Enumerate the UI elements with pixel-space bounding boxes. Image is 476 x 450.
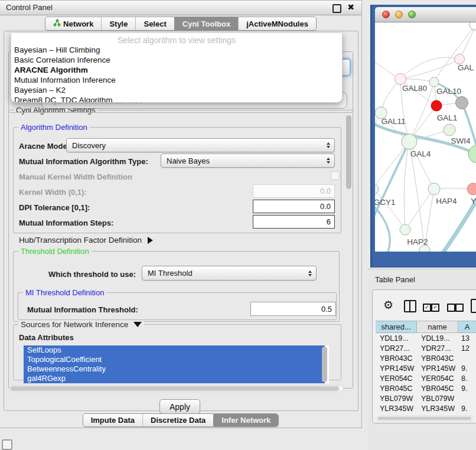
table-hscroll-thumb[interactable] [378, 417, 471, 420]
network-window-titlebar[interactable] [375, 7, 476, 22]
network-node-unnamed-gray[interactable] [456, 97, 468, 109]
close-traffic-light[interactable] [382, 11, 390, 18]
table-row[interactable]: YER054CYER054C8. [376, 373, 476, 383]
mi-steps-field[interactable] [253, 215, 335, 229]
data-attribute-option-selfloops[interactable]: SelfLoops [24, 345, 325, 355]
network-edge[interactable] [375, 189, 405, 230]
network-node-hap2[interactable] [400, 224, 410, 235]
network-node-label-gal10: GAL10 [436, 87, 461, 96]
network-graph[interactable]: GALGAL80GAL10GAL1GAL11SWI4GAL4GCY1HAP4YH… [375, 22, 476, 252]
settings-horizontal-scrollbar[interactable] [9, 385, 344, 392]
data-attribute-option-gal4rgexp[interactable]: gal4RGexp [24, 374, 325, 383]
tab-jactivemnodules[interactable]: jActiveMNodules [238, 17, 316, 30]
algorithm-option-aracne-algorithm[interactable]: ARACNE Algorithm [11, 65, 342, 75]
network-node-label-hap4: HAP4 [436, 197, 457, 206]
collapsed-panel-icon[interactable] [2, 439, 12, 450]
float-window-icon[interactable] [332, 4, 341, 13]
column-header-a[interactable]: A [458, 321, 476, 333]
algorithm-option-basic-correlation-inference[interactable]: Basic Correlation Inference [11, 55, 342, 65]
select-checked-columns-icon[interactable]: ✓ [423, 304, 431, 312]
manual-kernel-label: Manual Kernel Width Definition [19, 172, 132, 181]
table-cell: YDL19... [417, 334, 458, 343]
network-edge[interactable] [400, 59, 459, 79]
tab-network[interactable]: Network [45, 17, 101, 30]
network-edge[interactable] [434, 25, 475, 82]
kernel-width-field[interactable] [253, 184, 335, 198]
tab-infer-network[interactable]: Infer Network [213, 414, 278, 426]
tab-style[interactable]: Style [101, 17, 135, 30]
network-node-unnamed-biggreen[interactable] [468, 145, 476, 163]
table-row[interactable]: YDR27...YDR27...12 [376, 343, 476, 353]
settings-vertical-scrollbar[interactable] [346, 115, 351, 189]
network-edge[interactable] [400, 57, 459, 79]
mi-type-combo[interactable]: Naive Bayes [161, 154, 335, 168]
mi-threshold-field[interactable] [250, 302, 336, 316]
which-threshold-combo[interactable]: MI Threshold [142, 266, 317, 281]
network-node-label-swi4: SWI4 [451, 136, 470, 145]
sources-group-title[interactable]: Sources for Network Inference [18, 320, 144, 329]
network-edge[interactable] [405, 189, 434, 230]
network-node-label-gal80: GAL80 [402, 84, 427, 93]
table-horizontal-scrollbar[interactable] [377, 416, 474, 421]
table-row[interactable]: YBR043CYBR043C [376, 353, 476, 363]
unselect-columns-icon[interactable] [447, 304, 455, 312]
combo-arrows-icon [327, 158, 330, 164]
manual-kernel-checkbox[interactable] [331, 171, 340, 180]
table-row[interactable]: YBL079WYBL079W [376, 394, 476, 404]
create-column-icon[interactable] [471, 299, 476, 313]
algorithm-option-mutual-information-inference[interactable]: Mutual Information Inference [11, 75, 342, 85]
zoom-traffic-light[interactable] [408, 11, 416, 18]
hub-definition-expander[interactable]: Hub/Transcription Factor Definition [19, 236, 153, 244]
network-node-gal10[interactable] [429, 77, 439, 87]
tab-select[interactable]: Select [135, 17, 174, 30]
network-canvas[interactable]: GALGAL80GAL10GAL1GAL11SWI4GAL4GCY1HAP4YH… [375, 22, 476, 252]
algorithm-option-bayesian-k2[interactable]: Bayesian – K2 [11, 85, 342, 95]
column-header-shared[interactable]: shared... [376, 321, 417, 333]
unselect-columns-icon[interactable] [455, 304, 464, 312]
minimize-traffic-light[interactable] [395, 11, 403, 18]
table-row[interactable]: YBR045CYBR045C9. [376, 383, 476, 393]
table-cell: YPR145W [417, 364, 458, 373]
network-node-gcy1[interactable] [375, 184, 379, 194]
algorithm-option-bayesian-hill-climbing[interactable]: Bayesian – Hill Climbing [11, 45, 342, 55]
tab-label: Select [144, 19, 166, 28]
network-node-y-partial[interactable] [467, 183, 476, 195]
aracne-mode-combo[interactable]: Discovery [66, 138, 335, 152]
network-node-gal4[interactable] [402, 134, 417, 149]
network-node-unnamed-top[interactable] [470, 22, 476, 30]
apply-button[interactable]: Apply [159, 399, 200, 414]
table-cell: YLR345W [417, 405, 458, 413]
network-edge[interactable] [404, 142, 409, 230]
tab-impute-data[interactable]: Impute Data [83, 414, 142, 426]
attributes-list-scrollbar[interactable] [322, 347, 327, 382]
data-attribute-option-betweennesscentrality[interactable]: BetweennessCentrality [24, 364, 325, 374]
network-edge[interactable] [459, 25, 475, 59]
column-header-name[interactable]: name [417, 321, 458, 333]
network-edge[interactable] [375, 203, 390, 252]
data-attributes-label: Data Attributes [19, 333, 74, 342]
combo-arrows-icon [327, 142, 330, 148]
settings-gear-icon[interactable]: ⚙ [383, 298, 393, 312]
dpi-tolerance-field[interactable] [253, 200, 335, 213]
network-node-swi4[interactable] [444, 124, 455, 136]
close-icon[interactable]: ✖ [347, 2, 354, 12]
network-edge[interactable] [375, 142, 409, 189]
tab-label: Network [63, 19, 93, 28]
tab-discretize-data[interactable]: Discretize Data [142, 414, 213, 426]
tab-cyni-toolbox[interactable]: Cyni Toolbox [174, 17, 238, 30]
algorithm-option-dream8-dc-tdc-algorithm[interactable]: Dream8 DC_TDC Algorithm [11, 95, 342, 103]
mi-type-label: Mutual Information Algorithm Type: [19, 157, 148, 166]
settings-hscroll-thumb[interactable] [11, 386, 339, 391]
network-node-gal1[interactable] [431, 100, 442, 111]
network-node-hap4[interactable] [428, 183, 440, 195]
table-row[interactable]: YDL19...YDL19...13 [376, 333, 476, 343]
data-attribute-option-topologicalcoefficient[interactable]: TopologicalCoefficient [24, 355, 325, 364]
table-row[interactable]: YPR145WYPR145W9. [376, 363, 476, 373]
algorithm-dropdown-list: Bayesian – Hill ClimbingBasic Correlatio… [11, 45, 342, 103]
split-columns-icon[interactable] [404, 300, 416, 312]
select-checked-columns-icon[interactable]: ✓ [431, 304, 439, 312]
network-node-gal80[interactable] [395, 74, 406, 85]
network-node-gal-partial[interactable] [455, 54, 465, 64]
network-view-window[interactable]: GALGAL80GAL10GAL1GAL11SWI4GAL4GCY1HAP4YH… [370, 5, 476, 268]
table-row[interactable]: YLR345WYLR345W9. [376, 404, 476, 414]
